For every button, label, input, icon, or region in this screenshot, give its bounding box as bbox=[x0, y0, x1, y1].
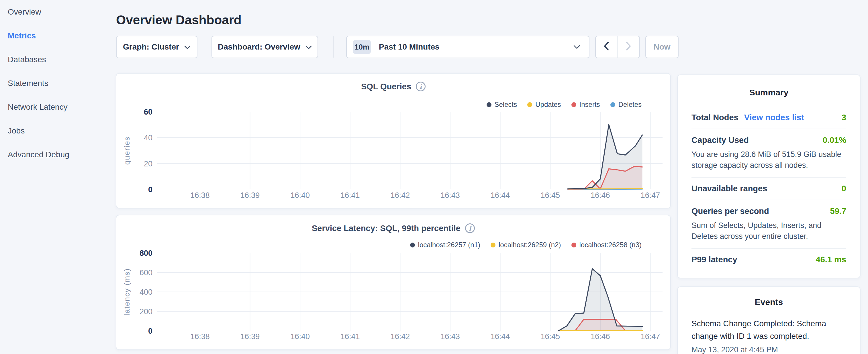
summary-metric-value: 46.1 ms bbox=[816, 255, 846, 264]
summary-metric-label: Capacity Used bbox=[691, 135, 749, 145]
y-tick-label: 20 bbox=[144, 160, 152, 168]
x-tick-label: 16:47 bbox=[641, 191, 660, 200]
summary-metric-description: Sum of Selects, Updates, Inserts, and De… bbox=[691, 220, 846, 242]
graph-source-dropdown-label: Graph: Cluster bbox=[123, 42, 179, 52]
y-axis-title: queries bbox=[123, 136, 131, 165]
x-tick-label: 16:43 bbox=[440, 191, 460, 200]
sidebar-item-overview[interactable]: Overview bbox=[0, 0, 112, 24]
events-panel: Events Schema Change Completed: Schema c… bbox=[677, 286, 861, 354]
sidebar-item-statements[interactable]: Statements bbox=[0, 71, 112, 95]
x-tick-label: 16:41 bbox=[340, 191, 360, 200]
summary-panel: Summary Total NodesView nodes list3Capac… bbox=[677, 74, 861, 279]
time-window-now-button[interactable]: Now bbox=[645, 36, 679, 58]
time-range-label: Past 10 Minutes bbox=[379, 42, 440, 52]
x-tick-label: 16:40 bbox=[290, 332, 310, 341]
chevron-right-icon bbox=[626, 42, 631, 53]
summary-metric-value: 3 bbox=[842, 113, 846, 122]
x-tick-label: 16:38 bbox=[190, 191, 210, 200]
summary-row: Total NodesView nodes list3 bbox=[691, 106, 846, 129]
x-tick-label: 16:39 bbox=[241, 332, 260, 341]
service-latency-plot[interactable]: 16:3816:3916:4016:4116:4216:4316:4416:45… bbox=[116, 215, 672, 351]
y-tick-label: 800 bbox=[140, 249, 152, 257]
graph-source-dropdown[interactable]: Graph: Cluster bbox=[116, 36, 197, 58]
summary-metric-value: 59.7 bbox=[830, 206, 846, 216]
summary-metric-value: 0.01% bbox=[823, 135, 846, 145]
y-tick-label: 400 bbox=[140, 288, 152, 296]
sidebar-item-databases[interactable]: Databases bbox=[0, 47, 112, 71]
y-tick-label: 600 bbox=[140, 268, 152, 277]
event-message[interactable]: Schema Change Completed: Schema change w… bbox=[691, 317, 846, 343]
x-tick-label: 16:45 bbox=[540, 332, 560, 341]
summary-metric-label: Unavailable ranges bbox=[691, 184, 767, 193]
chevron-down-icon bbox=[306, 42, 312, 52]
x-tick-label: 16:44 bbox=[491, 191, 510, 200]
y-axis-title: latency (ms) bbox=[123, 268, 131, 316]
x-tick-label: 16:44 bbox=[491, 332, 510, 341]
sql-queries-plot[interactable]: 16:3816:3916:4016:4116:4216:4316:4416:45… bbox=[116, 74, 672, 209]
toolbar-divider bbox=[333, 36, 334, 58]
chevron-down-icon bbox=[184, 42, 191, 52]
x-tick-label: 16:42 bbox=[391, 191, 410, 200]
event-timestamp: May 13, 2020 at 4:45 PM bbox=[691, 345, 846, 354]
dashboard-dropdown-label: Dashboard: Overview bbox=[218, 42, 300, 52]
sidebar-item-metrics[interactable]: Metrics bbox=[0, 24, 112, 47]
sidebar-item-advanced-debug[interactable]: Advanced Debug bbox=[0, 142, 112, 166]
y-tick-label: 0 bbox=[148, 185, 152, 194]
x-tick-label: 16:38 bbox=[190, 332, 210, 341]
view-nodes-list-link[interactable]: View nodes list bbox=[744, 113, 804, 122]
sidebar-item-network-latency[interactable]: Network Latency bbox=[0, 95, 112, 119]
x-tick-label: 16:47 bbox=[641, 332, 660, 341]
summary-row: P99 latency46.1 ms bbox=[691, 248, 846, 271]
sidebar-nav: OverviewMetricsDatabasesStatementsNetwor… bbox=[0, 0, 112, 166]
x-tick-label: 16:39 bbox=[241, 191, 260, 200]
y-tick-label: 0 bbox=[148, 327, 152, 335]
chevron-down-icon bbox=[574, 36, 580, 58]
summary-row: Capacity Used0.01%You are using 28.6 MiB… bbox=[691, 129, 846, 177]
x-tick-label: 16:46 bbox=[591, 191, 610, 200]
x-tick-label: 16:43 bbox=[440, 332, 460, 341]
summary-metric-label: Total Nodes bbox=[691, 113, 739, 122]
y-tick-label: 40 bbox=[144, 133, 152, 142]
summary-metric-value: 0 bbox=[842, 184, 846, 193]
dashboard-dropdown[interactable]: Dashboard: Overview bbox=[212, 36, 318, 58]
x-tick-label: 16:40 bbox=[290, 191, 310, 200]
x-tick-label: 16:45 bbox=[540, 191, 560, 200]
summary-row: Unavailable ranges0 bbox=[691, 177, 846, 200]
events-panel-title: Events bbox=[691, 287, 846, 314]
chevron-left-icon bbox=[604, 42, 609, 53]
sql-queries-chart-card: SQL Queries i SelectsUpdatesInsertsDelet… bbox=[116, 73, 671, 208]
service-latency-chart-card: Service Latency: SQL, 99th percentile i … bbox=[116, 215, 671, 350]
sidebar-item-jobs[interactable]: Jobs bbox=[0, 119, 112, 142]
time-range-badge: 10m bbox=[353, 40, 371, 54]
summary-panel-title: Summary bbox=[691, 75, 846, 106]
summary-metric-label: P99 latency bbox=[691, 255, 737, 264]
x-tick-label: 16:41 bbox=[340, 332, 360, 341]
page-title: Overview Dashboard bbox=[116, 13, 242, 27]
y-tick-label: 200 bbox=[140, 307, 152, 316]
summary-metric-description: You are using 28.6 MiB of 515.9 GiB usab… bbox=[691, 149, 846, 171]
time-window-next-button[interactable] bbox=[617, 36, 640, 58]
time-range-dropdown[interactable]: 10m Past 10 Minutes bbox=[346, 36, 589, 58]
x-tick-label: 16:46 bbox=[591, 332, 610, 341]
x-tick-label: 16:42 bbox=[391, 332, 410, 341]
summary-metric-label: Queries per second bbox=[691, 206, 769, 216]
time-window-prev-button[interactable] bbox=[595, 36, 618, 58]
y-tick-label: 60 bbox=[144, 108, 152, 116]
summary-row: Queries per second59.7Sum of Selects, Up… bbox=[691, 200, 846, 248]
